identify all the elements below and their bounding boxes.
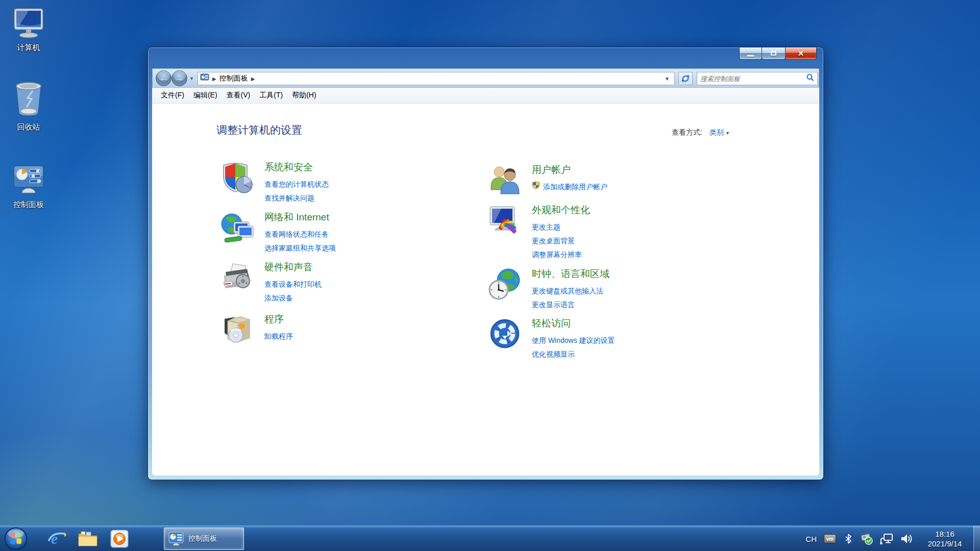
network-icon[interactable]	[880, 533, 893, 545]
system-tray: CH vm	[802, 526, 980, 551]
language-indicator[interactable]: CH	[805, 535, 817, 543]
address-dropdown-icon[interactable]: ▼	[662, 76, 672, 82]
menu-help[interactable]: 帮助(H)	[287, 89, 321, 102]
appearance-personalization-icon[interactable]	[488, 204, 522, 237]
breadcrumb-control-panel[interactable]: 控制面板	[219, 74, 248, 83]
category-title-link[interactable]: 系统和安全	[264, 161, 445, 174]
start-button[interactable]	[4, 527, 28, 550]
category-task-link[interactable]: 更改显示语言	[532, 298, 713, 312]
category-ease-of-access: 轻松访问 使用 Windows 建议的设置 优化视频显示	[488, 317, 713, 361]
computer-icon	[11, 32, 46, 40]
taskbar-file-explorer[interactable]	[78, 529, 98, 548]
safely-remove-hardware-icon[interactable]	[861, 533, 873, 545]
category-title-link[interactable]: 用户帐户	[532, 163, 713, 177]
desktop-icon-recycle-bin[interactable]: 回收站	[2, 81, 55, 132]
desktop-icon-computer[interactable]: 计算机	[2, 7, 55, 53]
category-title-link[interactable]: 网络和 Internet	[264, 211, 445, 224]
windows-logo-icon	[4, 527, 28, 550]
category-task-link[interactable]: 更改桌面背景	[532, 234, 713, 248]
window-titlebar[interactable]: ✕	[148, 47, 823, 68]
category-task-link[interactable]: 添加设备	[264, 291, 445, 305]
category-title-link[interactable]: 时钟、语言和区域	[532, 267, 713, 281]
menu-file[interactable]: 文件(F)	[156, 89, 189, 102]
category-task-link[interactable]: 查看您的计算机状态	[264, 178, 445, 191]
view-by-value-link[interactable]: 类别	[709, 128, 724, 136]
category-task-link[interactable]: 调整屏幕分辨率	[532, 248, 713, 262]
menu-bar: 文件(F) 编辑(E) 查看(V) 工具(T) 帮助(H)	[152, 88, 819, 104]
recent-pages-dropdown[interactable]: ▼	[189, 76, 194, 81]
category-appearance-personalization: 外观和个性化 更改主题 更改桌面背景 调整屏幕分辨率	[488, 204, 713, 262]
minimize-icon	[747, 55, 754, 57]
maximize-icon	[771, 51, 776, 56]
programs-icon[interactable]	[220, 313, 254, 346]
taskbar-media-player[interactable]	[109, 529, 130, 548]
refresh-button[interactable]	[678, 72, 693, 85]
address-bar[interactable]: ▶ 控制面板 ▶ ▼	[198, 72, 675, 85]
vmware-tray-icon[interactable]: vm	[824, 534, 836, 543]
media-player-icon	[110, 529, 129, 548]
back-button[interactable]: ←	[156, 70, 172, 86]
user-accounts-icon[interactable]	[488, 163, 522, 197]
close-icon: ✕	[798, 48, 804, 59]
minimize-button[interactable]	[739, 47, 762, 60]
control-panel-mini-icon	[200, 73, 209, 84]
network-internet-icon[interactable]	[220, 211, 254, 244]
desktop-icon-label: 回收站	[2, 122, 55, 132]
ease-of-access-icon[interactable]	[488, 317, 522, 350]
close-button[interactable]: ✕	[785, 47, 817, 60]
refresh-icon	[681, 74, 690, 83]
menu-view[interactable]: 查看(V)	[222, 89, 255, 102]
category-task-link[interactable]: 优化视频显示	[532, 347, 713, 361]
desktop-wallpaper: 计算机 回收站	[0, 0, 980, 551]
breadcrumb-arrow-icon: ▶	[212, 76, 216, 82]
show-desktop-button[interactable]	[973, 526, 980, 551]
category-hardware-sound: 硬件和声音 查看设备和打印机 添加设备	[220, 261, 445, 305]
category-task-link[interactable]: 卸载程序	[264, 330, 445, 343]
search-input[interactable]	[700, 75, 806, 83]
taskbar: e	[0, 525, 980, 551]
forward-button[interactable]: →	[172, 70, 187, 86]
category-task-link[interactable]: 使用 Windows 建议的设置	[532, 334, 713, 347]
category-task-link[interactable]: 选择家庭组和共享选项	[264, 241, 445, 255]
search-icon[interactable]	[806, 73, 814, 84]
category-title-link[interactable]: 轻松访问	[532, 317, 713, 330]
clock-time: 18:16	[919, 529, 970, 539]
view-by-control: 查看方式:类别▼	[672, 128, 730, 137]
category-network-internet: 网络和 Internet 查看网络状态和任务 选择家庭组和共享选项	[220, 211, 445, 255]
category-task-link[interactable]: 更改主题	[532, 220, 713, 234]
search-box[interactable]	[697, 72, 818, 85]
uac-shield-icon	[532, 180, 540, 194]
menu-edit[interactable]: 编辑(E)	[189, 89, 222, 102]
desktop-icon-label: 计算机	[2, 43, 55, 53]
category-task-link[interactable]: 更改键盘或其他输入法	[532, 284, 713, 298]
category-task-link[interactable]: 查看设备和打印机	[264, 278, 445, 291]
category-title-link[interactable]: 程序	[264, 313, 445, 326]
desktop-icon-control-panel[interactable]: 控制面板	[2, 164, 55, 210]
maximize-button[interactable]	[762, 47, 786, 60]
menu-tools[interactable]: 工具(T)	[255, 89, 287, 102]
control-panel-icon	[168, 532, 184, 546]
page-title: 调整计算机的设置	[216, 123, 302, 137]
hardware-sound-icon[interactable]	[220, 261, 254, 294]
system-security-icon[interactable]	[220, 161, 254, 194]
category-task-link[interactable]: 查找并解决问题	[264, 191, 445, 205]
window-content: 调整计算机的设置 查看方式:类别▼	[152, 104, 819, 475]
taskbar-active-task-control-panel[interactable]: 控制面板	[164, 528, 244, 550]
navigation-toolbar: ← → ▼ ▶ 控制面板 ▶ ▼	[152, 68, 819, 88]
category-title-link[interactable]: 外观和个性化	[532, 204, 713, 217]
recycle-bin-icon	[12, 111, 45, 120]
forward-arrow-icon: →	[175, 73, 184, 84]
clock[interactable]: 18:16 2021/9/14	[919, 529, 970, 548]
volume-icon[interactable]	[900, 533, 914, 545]
category-programs: 程序 卸载程序	[220, 313, 445, 343]
taskbar-internet-explorer[interactable]: e	[47, 529, 67, 548]
clock-language-region-icon[interactable]	[488, 267, 522, 301]
control-panel-window: ✕ ← → ▼ ▶	[148, 47, 824, 480]
bluetooth-icon[interactable]	[843, 533, 853, 545]
svg-text:e: e	[51, 530, 58, 547]
category-title-link[interactable]: 硬件和声音	[264, 261, 445, 274]
category-task-link[interactable]: 添加或删除用户帐户	[532, 180, 713, 194]
category-task-link-label: 添加或删除用户帐户	[543, 180, 607, 194]
category-task-link[interactable]: 查看网络状态和任务	[264, 228, 445, 241]
window-controls: ✕	[740, 47, 817, 60]
